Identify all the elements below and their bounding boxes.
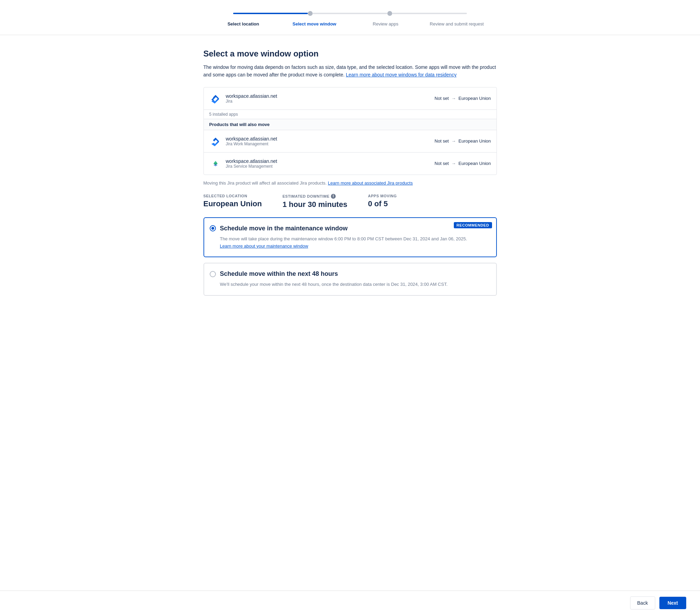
sub-product-1-name: workspace.atlassian.net — [226, 158, 435, 164]
main-product-info: workspace.atlassian.net Jira — [226, 93, 435, 104]
main-product-name: workspace.atlassian.net — [226, 93, 435, 99]
step-2-label: Select move window — [287, 21, 342, 27]
radio-maintenance-fill — [211, 227, 214, 230]
jira-service-mgmt-icon — [209, 157, 222, 170]
sub-product-1-info: workspace.atlassian.net Jira Service Man… — [226, 158, 435, 169]
step-1-label: Select location — [216, 21, 271, 27]
option-maintenance-description: The move will take place during the main… — [220, 236, 489, 250]
stepper: Select location Select move window Revie… — [0, 0, 700, 35]
main-product-row: workspace.atlassian.net Jira Not set → E… — [204, 87, 497, 110]
stat-location-value: European Union — [203, 199, 262, 208]
option-maintenance-header: Schedule move in the maintenance window — [210, 225, 489, 232]
stat-downtime-value: 1 hour 30 minutes — [282, 200, 347, 209]
sub-product-0-type: Jira Work Management — [226, 142, 435, 146]
option-maintenance-card[interactable]: RECOMMENDED Schedule move in the mainten… — [203, 217, 497, 258]
sub-product-1-type: Jira Service Management — [226, 164, 435, 169]
downtime-info-icon[interactable]: i — [331, 194, 336, 199]
description-link[interactable]: Learn more about move windows for data r… — [346, 72, 457, 77]
jira-work-mgmt-icon — [209, 135, 222, 147]
step-line-1 — [233, 13, 308, 14]
stepper-labels: Select location Select move window Revie… — [216, 21, 484, 27]
step-dot-2 — [308, 11, 313, 16]
stepper-bar — [233, 11, 467, 16]
sub-product-0-location: Not set → European Union — [435, 138, 491, 144]
page-title: Select a move window option — [203, 49, 497, 59]
stat-apps-label: APPS MOVING — [368, 194, 397, 198]
stat-downtime-label: ESTIMATED DOWNTIME i — [282, 194, 347, 199]
step-dot-3 — [387, 11, 392, 16]
stat-apps-moving: APPS MOVING 0 of 5 — [368, 194, 397, 209]
step-line-3 — [392, 13, 467, 14]
note-text: Moving this Jira product will affect all… — [203, 180, 497, 186]
stat-apps-value: 0 of 5 — [368, 199, 397, 208]
radio-48hours[interactable] — [210, 271, 216, 277]
option-48hours-title: Schedule move within the next 48 hours — [220, 270, 338, 278]
main-product-type: Jira — [226, 99, 435, 104]
installed-apps-row: 5 installed apps — [204, 110, 497, 119]
main-product-location: Not set → European Union — [435, 96, 491, 101]
sub-product-row-0: workspace.atlassian.net Jira Work Manage… — [204, 130, 497, 153]
note-link[interactable]: Learn more about associated Jira product… — [328, 180, 412, 186]
step-4-label: Review and submit request — [429, 21, 484, 27]
stat-location: SELECTED LOCATION European Union — [203, 194, 262, 209]
step-line-2 — [313, 13, 387, 14]
option-48hours-card[interactable]: Schedule move within the next 48 hours W… — [203, 263, 497, 296]
products-also-move-label: Products that will also move — [204, 119, 497, 130]
sub-product-0-name: workspace.atlassian.net — [226, 136, 435, 142]
maintenance-learn-more-link[interactable]: Learn more about your maintenance window — [220, 243, 309, 249]
step-3-label: Review apps — [358, 21, 413, 27]
stat-location-label: SELECTED LOCATION — [203, 194, 262, 198]
stat-downtime: ESTIMATED DOWNTIME i 1 hour 30 minutes — [282, 194, 347, 209]
sub-product-0-info: workspace.atlassian.net Jira Work Manage… — [226, 136, 435, 146]
page-description: The window for moving data depends on fa… — [203, 63, 497, 79]
stats-row: SELECTED LOCATION European Union ESTIMAT… — [203, 194, 497, 209]
product-table: workspace.atlassian.net Jira Not set → E… — [203, 87, 497, 175]
sub-product-1-location: Not set → European Union — [435, 161, 491, 166]
option-48hours-description: We'll schedule your move within the next… — [220, 281, 489, 288]
main-content: Select a move window option The window f… — [195, 35, 505, 343]
recommended-badge: RECOMMENDED — [454, 222, 492, 228]
option-maintenance-title: Schedule move in the maintenance window — [220, 225, 348, 232]
option-48hours-header: Schedule move within the next 48 hours — [210, 270, 489, 278]
radio-maintenance[interactable] — [210, 225, 216, 231]
sub-product-row-1: workspace.atlassian.net Jira Service Man… — [204, 153, 497, 175]
jira-icon — [209, 92, 222, 105]
